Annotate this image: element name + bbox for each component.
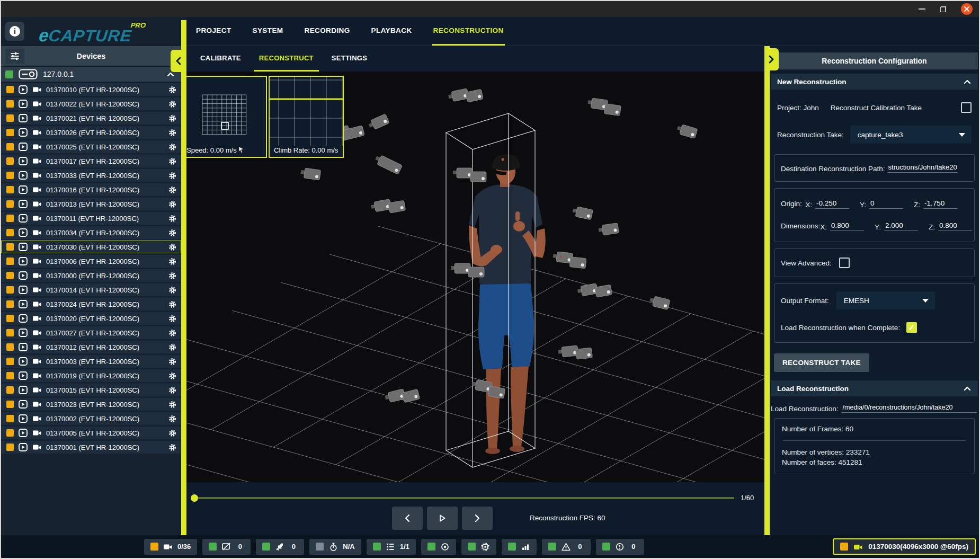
gear-icon[interactable] — [168, 414, 177, 423]
play-icon[interactable] — [18, 185, 28, 194]
tab-system[interactable]: SYSTEM — [252, 17, 284, 46]
load-when-complete-checkbox[interactable] — [906, 322, 917, 333]
play-icon[interactable] — [18, 142, 28, 152]
play-icon[interactable] — [18, 314, 28, 323]
play-icon[interactable] — [18, 414, 28, 423]
dimensions-z-input[interactable]: 0.800 — [938, 221, 972, 231]
play-icon[interactable] — [18, 271, 28, 280]
gear-icon[interactable] — [168, 200, 177, 209]
gear-icon[interactable] — [168, 386, 177, 395]
device-row[interactable]: 01370022 (EVT HR-12000SC) — [1, 97, 181, 110]
timer-status[interactable]: N/A — [309, 539, 361, 555]
device-row[interactable]: 01370027 (EVT HR-12000SC) — [1, 326, 181, 339]
error-count[interactable]: 0 — [596, 539, 644, 555]
play-icon[interactable] — [18, 113, 28, 123]
device-row[interactable]: 01370015 (EVT HR-12000SC) — [1, 384, 181, 396]
gear-icon[interactable] — [168, 157, 177, 166]
gear-icon[interactable] — [168, 257, 177, 266]
play-icon[interactable] — [18, 214, 28, 223]
gear-icon[interactable] — [168, 286, 177, 295]
collapse-panel-button[interactable] — [764, 48, 779, 70]
play-icon[interactable] — [18, 228, 28, 237]
gear-icon[interactable] — [168, 300, 177, 309]
cpu-status[interactable] — [461, 539, 496, 555]
device-row[interactable]: 01370012 (EVT HR-12000SC) — [1, 341, 181, 353]
device-row[interactable]: 01370005 (EVT HR-12000SC) — [1, 427, 181, 439]
device-row[interactable]: 01370024 (EVT HR-12000SC) — [1, 298, 181, 310]
gear-icon[interactable] — [168, 214, 177, 223]
gear-icon[interactable] — [168, 271, 177, 280]
filter-button[interactable] — [5, 49, 24, 64]
play-icon[interactable] — [18, 242, 28, 252]
origin-x-input[interactable]: -0.250 — [815, 199, 849, 209]
dimensions-x-input[interactable]: 0.800 — [830, 221, 864, 231]
minimize-icon[interactable] — [919, 8, 925, 10]
gear-icon[interactable] — [168, 171, 177, 180]
device-row[interactable]: 01370016 (EVT HR-12000SC) — [1, 183, 181, 196]
gear-icon[interactable] — [168, 329, 177, 338]
play-icon[interactable] — [18, 342, 28, 352]
dimensions-y-input[interactable]: 2.000 — [884, 221, 918, 231]
gear-icon[interactable] — [168, 443, 177, 452]
gear-icon[interactable] — [168, 114, 177, 123]
reconstruct-take-button[interactable]: RECONSTRUCT TAKE — [774, 353, 869, 372]
play-icon[interactable] — [18, 357, 28, 366]
gear-icon[interactable] — [168, 429, 177, 438]
origin-y-input[interactable]: 0 — [869, 199, 903, 209]
timeline-track[interactable] — [198, 497, 734, 499]
subtab-settings[interactable]: SETTINGS — [326, 46, 372, 72]
play-icon[interactable] — [18, 99, 28, 109]
display-status[interactable]: 0 — [202, 539, 251, 555]
timeline-handle[interactable] — [191, 494, 198, 502]
takes-status[interactable]: 1/1 — [367, 539, 416, 555]
play-icon[interactable] — [18, 171, 28, 180]
gear-icon[interactable] — [168, 400, 177, 409]
load-path-input[interactable]: /media/0/reconstructions/John/take20 — [842, 404, 977, 413]
play-icon[interactable] — [18, 156, 28, 166]
cameras-status[interactable]: 0/36 — [144, 539, 197, 555]
play-icon[interactable] — [18, 128, 28, 137]
load-reconstruction-section-header[interactable]: Load Reconstruction — [771, 380, 978, 396]
device-row[interactable]: 01370034 (EVT HR-12000SC) — [1, 226, 181, 239]
mic-status[interactable]: 0 — [256, 539, 304, 555]
gear-icon[interactable] — [168, 357, 177, 366]
device-row[interactable]: 01370021 (EVT HR-12000SC) — [1, 112, 181, 125]
device-row[interactable]: 01370002 (EVT HR-12000SC) — [1, 412, 181, 425]
device-row[interactable]: 01370025 (EVT HR-12000SC) — [1, 140, 181, 153]
stats-status[interactable] — [502, 539, 537, 555]
gear-icon[interactable] — [168, 228, 177, 237]
device-row[interactable]: 01370011 (EVT HR-12000SC) — [1, 212, 181, 225]
warning-count[interactable]: 0 — [542, 539, 591, 555]
play-icon[interactable] — [18, 385, 28, 395]
device-row[interactable]: 01370033 (EVT HR-12000SC) — [1, 169, 181, 182]
device-row[interactable]: 01370020 (EVT HR-12000SC) — [1, 312, 181, 325]
play-icon[interactable] — [18, 442, 28, 452]
device-row[interactable]: 01370019 (EVT HR-12000SC) — [1, 369, 181, 382]
device-row[interactable]: 01370030 (EVT HR-12000SC) — [1, 241, 181, 253]
gear-icon[interactable] — [168, 128, 177, 137]
origin-z-input[interactable]: -1.750 — [923, 199, 957, 209]
device-row[interactable]: 01370001 (EVT HR-12000SC) — [1, 441, 181, 454]
next-frame-button[interactable] — [462, 507, 493, 530]
gear-icon[interactable] — [168, 314, 177, 323]
restore-icon[interactable] — [940, 6, 946, 12]
play-icon[interactable] — [18, 328, 28, 338]
gear-icon[interactable] — [168, 100, 177, 109]
output-format-select[interactable]: EMESH — [836, 291, 935, 309]
gear-icon[interactable] — [168, 371, 177, 380]
gear-icon[interactable] — [168, 343, 177, 352]
play-button[interactable] — [427, 507, 458, 530]
device-row[interactable]: 01370017 (EVT HR-12000SC) — [1, 155, 181, 167]
selected-camera-badge[interactable]: 01370030(4096x3000 @60fps) — [833, 538, 976, 555]
reconstruct-calibration-checkbox[interactable] — [961, 102, 972, 113]
play-icon[interactable] — [18, 256, 28, 266]
host-row[interactable]: 127.0.0.1 — [1, 67, 181, 82]
play-icon[interactable] — [18, 285, 28, 295]
close-icon[interactable] — [961, 3, 973, 15]
play-icon[interactable] — [18, 428, 28, 438]
device-row[interactable]: 01370014 (EVT HR-12000SC) — [1, 283, 181, 296]
device-row[interactable]: 01370006 (EVT HR-12000SC) — [1, 255, 181, 268]
play-icon[interactable] — [18, 299, 28, 309]
play-icon[interactable] — [18, 199, 28, 209]
tab-project[interactable]: PROJECT — [195, 17, 233, 46]
